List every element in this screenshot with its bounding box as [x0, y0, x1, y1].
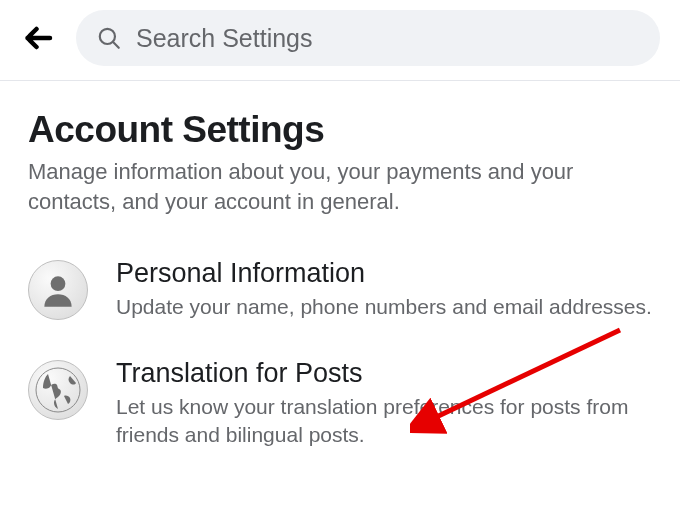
item-desc: Let us know your translation preferences…: [116, 393, 652, 450]
page-title: Account Settings: [28, 109, 652, 151]
content-area: Account Settings Manage information abou…: [0, 81, 680, 479]
list-item-translation-for-posts[interactable]: Translation for Posts Let us know your t…: [28, 352, 652, 480]
search-bar[interactable]: [76, 10, 660, 66]
item-title: Personal Information: [116, 258, 652, 289]
settings-list: Personal Information Update your name, p…: [28, 252, 652, 479]
item-title: Translation for Posts: [116, 358, 652, 389]
item-text: Translation for Posts Let us know your t…: [116, 358, 652, 450]
search-icon: [96, 25, 122, 51]
svg-line-1: [113, 42, 118, 47]
back-arrow-icon: [20, 20, 56, 56]
globe-icon: [28, 360, 88, 420]
header-bar: [0, 0, 680, 80]
item-text: Personal Information Update your name, p…: [116, 258, 652, 321]
back-button[interactable]: [20, 20, 56, 56]
item-desc: Update your name, phone numbers and emai…: [116, 293, 652, 321]
list-item-personal-information[interactable]: Personal Information Update your name, p…: [28, 252, 652, 351]
person-icon: [28, 260, 88, 320]
search-input[interactable]: [136, 24, 640, 53]
svg-point-2: [51, 277, 66, 292]
page-subtitle: Manage information about you, your payme…: [28, 157, 652, 216]
